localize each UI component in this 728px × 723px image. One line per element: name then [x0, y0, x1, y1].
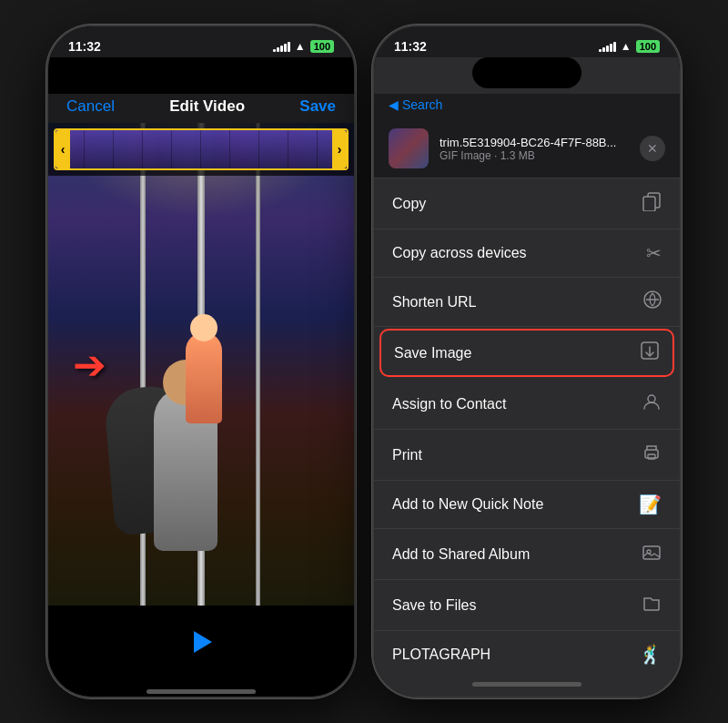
right-status-bar: 11:32 ▲ 100	[374, 26, 680, 57]
play-button[interactable]	[183, 624, 219, 660]
carousel-pole-right	[256, 123, 260, 606]
frame-7	[230, 130, 259, 168]
file-thumbnail	[389, 128, 429, 168]
video-controls	[48, 606, 354, 678]
menu-item-shorten[interactable]: Shorten URL	[374, 278, 680, 327]
search-label[interactable]: Search	[402, 97, 442, 112]
menu-item-assign-contact-label: Assign to Contact	[392, 396, 506, 412]
home-bar-left	[147, 689, 256, 694]
timeline-strip[interactable]: ‹ ›	[48, 123, 354, 176]
menu-item-shorten-label: Shorten URL	[392, 294, 477, 311]
file-info: trim.5E319904-BC26-4F7F-88B... GIF Image…	[440, 136, 629, 162]
frame-9	[288, 130, 318, 168]
edit-video-title: Edit Video	[169, 97, 245, 116]
red-arrow-indicator: ➔	[73, 341, 106, 388]
right-signal-icon	[599, 42, 616, 52]
search-bar-container: ◀ Search	[374, 94, 680, 119]
timeline-track[interactable]: ‹ ›	[54, 128, 349, 170]
assign-contact-icon	[642, 392, 662, 416]
menu-item-print-label: Print	[392, 447, 422, 463]
menu-item-save-image[interactable]: Save Image	[379, 329, 674, 377]
menu-item-shared-album[interactable]: Add to Shared Album	[374, 529, 680, 580]
timeline-handle-left[interactable]: ‹	[56, 130, 70, 168]
back-arrow-icon[interactable]: ◀	[389, 97, 399, 112]
left-phone: 11:32 ▲ 100	[46, 25, 356, 698]
video-frame: ➔	[48, 123, 354, 606]
file-type: GIF Image · 1.3 MB	[440, 149, 629, 162]
wifi-icon: ▲	[295, 40, 306, 53]
person-group	[140, 305, 231, 551]
menu-item-print[interactable]: Print	[374, 430, 680, 481]
plotagraph-icon: 🕺	[639, 644, 662, 666]
frame-5	[172, 130, 201, 168]
frame-4	[143, 130, 172, 168]
save-button[interactable]: Save	[299, 97, 336, 116]
timeline-handle-right[interactable]: ›	[332, 130, 347, 168]
menu-item-assign-contact[interactable]: Assign to Contact	[374, 379, 680, 430]
left-time: 11:32	[68, 39, 101, 54]
phones-container: 11:32 ▲ 100	[28, 6, 700, 717]
dynamic-island-left	[147, 57, 256, 88]
print-icon	[642, 443, 662, 467]
menu-item-copy-across[interactable]: Copy across devices ✂	[374, 229, 680, 278]
svg-rect-7	[643, 546, 660, 559]
frame-3	[114, 130, 143, 168]
menu-item-save-files[interactable]: Save to Files	[374, 580, 680, 631]
frame-6	[201, 130, 230, 168]
signal-icon	[273, 42, 290, 52]
cancel-button[interactable]: Cancel	[66, 97, 115, 116]
svg-point-4	[648, 395, 655, 402]
nav-bar: Cancel Edit Video Save	[48, 94, 354, 123]
shorten-icon	[643, 290, 662, 313]
battery-icon: 100	[310, 40, 334, 53]
home-indicator-right	[374, 671, 680, 697]
left-status-bar: 11:32 ▲ 100	[48, 26, 354, 57]
right-phone: 11:32 ▲ 100	[372, 25, 682, 698]
svg-rect-1	[643, 197, 655, 211]
menu-item-plotagraph[interactable]: PLOTAGRAPH 🕺	[374, 631, 680, 671]
dynamic-island-right	[472, 57, 581, 88]
copy-icon	[642, 191, 662, 216]
file-name: trim.5E319904-BC26-4F7F-88B...	[440, 136, 629, 149]
home-bar-right	[472, 682, 581, 687]
share-header: trim.5E319904-BC26-4F7F-88B... GIF Image…	[374, 119, 680, 178]
right-wifi-icon: ▲	[621, 40, 632, 53]
menu-item-copy[interactable]: Copy	[374, 178, 680, 229]
menu-item-quick-note[interactable]: Add to New Quick Note 📝	[374, 481, 680, 529]
menu-item-save-files-label: Save to Files	[392, 597, 476, 614]
home-indicator-left	[48, 678, 354, 697]
video-container: ‹ ›	[48, 123, 354, 606]
menu-list: Copy Copy across devices ✂ Shorten URL	[374, 178, 680, 671]
right-status-icons: ▲ 100	[599, 40, 660, 53]
frame-8	[259, 130, 288, 168]
menu-item-save-image-label: Save Image	[394, 345, 471, 362]
menu-item-shared-album-label: Add to Shared Album	[392, 546, 530, 563]
close-button[interactable]: ✕	[640, 136, 665, 161]
left-status-icons: ▲ 100	[273, 40, 334, 53]
menu-item-plotagraph-label: PLOTAGRAPH	[392, 647, 490, 663]
right-time: 11:32	[394, 39, 427, 54]
copy-across-icon: ✂	[646, 242, 662, 264]
right-battery-icon: 100	[636, 40, 660, 53]
frame-2	[85, 130, 114, 168]
play-icon	[194, 631, 212, 653]
menu-item-quick-note-label: Add to New Quick Note	[392, 496, 543, 513]
shared-album-icon	[642, 542, 662, 566]
quick-note-icon: 📝	[639, 494, 662, 515]
save-image-icon	[640, 341, 660, 365]
save-files-icon	[642, 593, 662, 617]
menu-item-copy-across-label: Copy across devices	[392, 245, 527, 261]
menu-item-copy-label: Copy	[392, 196, 426, 212]
